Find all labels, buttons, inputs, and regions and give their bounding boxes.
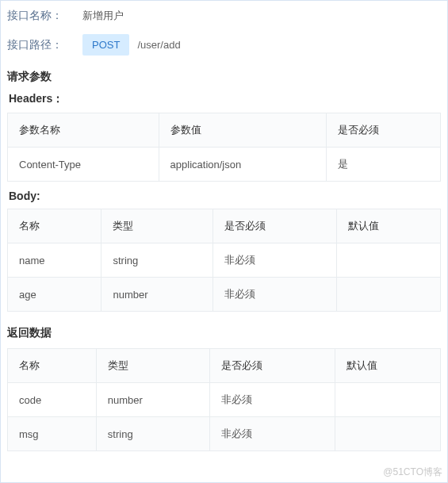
table-cell — [335, 383, 441, 417]
table-header-cell: 名称 — [8, 349, 97, 383]
table-cell: number — [96, 383, 209, 417]
headers-table: 参数名称参数值是否必须 Content-Typeapplication/json… — [7, 113, 441, 182]
table-cell: string — [96, 417, 209, 451]
table-cell — [337, 278, 441, 312]
table-cell: application/json — [159, 148, 326, 182]
api-name-label: 接口名称： — [7, 9, 82, 23]
table-header-cell: 参数名称 — [8, 113, 159, 148]
table-header-cell: 默认值 — [335, 349, 441, 383]
table-cell: string — [101, 243, 213, 278]
response-table: 名称类型是否必须默认值 codenumber非必须msgstring非必须 — [7, 348, 441, 451]
table-cell: Content-Type — [8, 148, 159, 182]
table-header-cell: 是否必须 — [326, 113, 440, 148]
api-path-value: /user/add — [137, 39, 180, 51]
http-method-badge: POST — [82, 34, 129, 56]
table-cell: number — [101, 278, 213, 312]
watermark: @51CTO博客 — [383, 466, 442, 479]
table-cell: 非必须 — [213, 278, 337, 312]
response-title: 返回数据 — [7, 326, 441, 340]
table-header-cell: 是否必须 — [209, 349, 335, 383]
table-row: msgstring非必须 — [8, 417, 441, 451]
table-header-cell: 类型 — [96, 349, 209, 383]
api-path-row: 接口路径： POST /user/add — [7, 34, 441, 56]
body-title: Body: — [9, 190, 441, 202]
body-table: 名称类型是否必须默认值 namestring非必须agenumber非必须 — [7, 209, 441, 312]
table-header-cell: 默认值 — [337, 209, 441, 243]
table-cell: 非必须 — [209, 383, 335, 417]
table-row: namestring非必须 — [8, 243, 441, 278]
table-header-cell: 参数值 — [159, 113, 326, 148]
table-cell: code — [8, 383, 97, 417]
table-cell: msg — [8, 417, 97, 451]
table-row: codenumber非必须 — [8, 383, 441, 417]
table-cell: 非必须 — [213, 243, 337, 278]
table-cell: 非必须 — [209, 417, 335, 451]
table-header-cell: 类型 — [101, 209, 213, 243]
api-name-row: 接口名称： 新增用户 — [7, 9, 441, 23]
table-row: Content-Typeapplication/json是 — [8, 148, 441, 182]
api-path-label: 接口路径： — [7, 38, 82, 52]
headers-title: Headers： — [9, 92, 441, 106]
table-header-cell: 名称 — [8, 209, 101, 243]
table-cell — [337, 243, 441, 278]
table-cell — [335, 417, 441, 451]
api-name-value: 新增用户 — [82, 9, 124, 23]
table-header-cell: 是否必须 — [213, 209, 337, 243]
table-cell: age — [8, 278, 101, 312]
table-cell: name — [8, 243, 101, 278]
request-params-title: 请求参数 — [7, 70, 441, 84]
table-cell: 是 — [326, 148, 440, 182]
table-row: agenumber非必须 — [8, 278, 441, 312]
